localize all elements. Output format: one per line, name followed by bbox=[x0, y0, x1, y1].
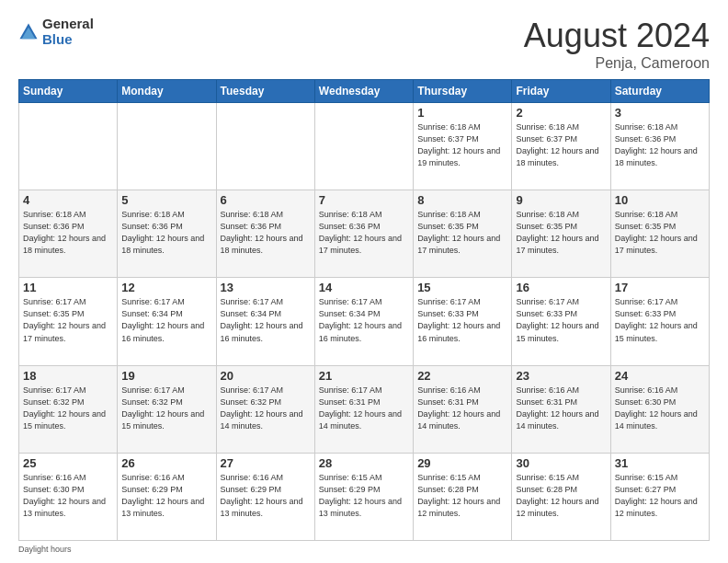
day-info: Sunrise: 6:18 AM Sunset: 6:36 PM Dayligh… bbox=[319, 209, 409, 257]
calendar-cell: 4Sunrise: 6:18 AM Sunset: 6:36 PM Daylig… bbox=[19, 190, 118, 278]
day-number: 29 bbox=[417, 456, 507, 470]
calendar-cell: 12Sunrise: 6:17 AM Sunset: 6:34 PM Dayli… bbox=[118, 278, 216, 365]
day-number: 28 bbox=[319, 456, 409, 470]
calendar-table: SundayMondayTuesdayWednesdayThursdayFrid… bbox=[18, 79, 710, 541]
month-title: August 2024 bbox=[524, 17, 710, 55]
calendar-cell: 16Sunrise: 6:17 AM Sunset: 6:33 PM Dayli… bbox=[512, 278, 610, 365]
weekday-header: Monday bbox=[118, 80, 216, 103]
day-info: Sunrise: 6:18 AM Sunset: 6:37 PM Dayligh… bbox=[516, 121, 606, 169]
day-number: 23 bbox=[516, 369, 606, 383]
calendar-cell: 5Sunrise: 6:18 AM Sunset: 6:36 PM Daylig… bbox=[118, 190, 216, 278]
logo-general: General bbox=[42, 17, 94, 32]
calendar-cell: 7Sunrise: 6:18 AM Sunset: 6:36 PM Daylig… bbox=[314, 190, 413, 278]
day-info: Sunrise: 6:18 AM Sunset: 6:35 PM Dayligh… bbox=[615, 209, 705, 257]
calendar-cell bbox=[118, 103, 216, 190]
day-number: 25 bbox=[23, 456, 113, 470]
day-number: 9 bbox=[516, 193, 606, 207]
day-info: Sunrise: 6:16 AM Sunset: 6:31 PM Dayligh… bbox=[417, 385, 507, 432]
calendar-week-row: 11Sunrise: 6:17 AM Sunset: 6:35 PM Dayli… bbox=[19, 278, 710, 365]
generalblue-logo-icon bbox=[18, 22, 39, 42]
weekday-header: Sunday bbox=[19, 80, 118, 103]
day-number: 12 bbox=[121, 281, 211, 294]
day-info: Sunrise: 6:17 AM Sunset: 6:33 PM Dayligh… bbox=[516, 296, 606, 344]
logo-text: General Blue bbox=[42, 17, 94, 47]
calendar-cell: 2Sunrise: 6:18 AM Sunset: 6:37 PM Daylig… bbox=[512, 103, 610, 190]
calendar-cell: 10Sunrise: 6:18 AM Sunset: 6:35 PM Dayli… bbox=[610, 190, 709, 278]
calendar-cell: 31Sunrise: 6:15 AM Sunset: 6:27 PM Dayli… bbox=[610, 453, 709, 540]
calendar-week-row: 18Sunrise: 6:17 AM Sunset: 6:32 PM Dayli… bbox=[19, 365, 710, 453]
footer: Daylight hours bbox=[18, 545, 710, 554]
title-section: August 2024 Penja, Cameroon bbox=[524, 17, 710, 72]
weekday-header: Tuesday bbox=[216, 80, 314, 103]
calendar-week-row: 4Sunrise: 6:18 AM Sunset: 6:36 PM Daylig… bbox=[19, 190, 710, 278]
calendar-cell: 1Sunrise: 6:18 AM Sunset: 6:37 PM Daylig… bbox=[414, 103, 512, 190]
calendar-cell: 26Sunrise: 6:16 AM Sunset: 6:29 PM Dayli… bbox=[118, 453, 216, 540]
day-info: Sunrise: 6:18 AM Sunset: 6:37 PM Dayligh… bbox=[417, 121, 507, 169]
calendar-cell: 11Sunrise: 6:17 AM Sunset: 6:35 PM Dayli… bbox=[19, 278, 118, 365]
day-number: 8 bbox=[417, 193, 507, 207]
calendar-cell: 25Sunrise: 6:16 AM Sunset: 6:30 PM Dayli… bbox=[19, 453, 118, 540]
weekday-header: Wednesday bbox=[314, 80, 413, 103]
calendar-cell: 9Sunrise: 6:18 AM Sunset: 6:35 PM Daylig… bbox=[512, 190, 610, 278]
day-info: Sunrise: 6:15 AM Sunset: 6:28 PM Dayligh… bbox=[516, 472, 606, 520]
weekday-header: Friday bbox=[512, 80, 610, 103]
day-number: 10 bbox=[615, 193, 705, 207]
calendar-cell: 30Sunrise: 6:15 AM Sunset: 6:28 PM Dayli… bbox=[512, 453, 610, 540]
day-number: 11 bbox=[23, 281, 113, 294]
calendar-cell: 3Sunrise: 6:18 AM Sunset: 6:36 PM Daylig… bbox=[610, 103, 709, 190]
day-info: Sunrise: 6:16 AM Sunset: 6:30 PM Dayligh… bbox=[23, 472, 113, 520]
day-info: Sunrise: 6:15 AM Sunset: 6:29 PM Dayligh… bbox=[319, 472, 409, 520]
day-number: 14 bbox=[319, 281, 409, 294]
day-number: 3 bbox=[615, 106, 705, 120]
day-number: 24 bbox=[615, 369, 705, 383]
calendar-cell: 20Sunrise: 6:17 AM Sunset: 6:32 PM Dayli… bbox=[216, 365, 314, 453]
day-number: 13 bbox=[221, 281, 311, 294]
calendar-cell: 22Sunrise: 6:16 AM Sunset: 6:31 PM Dayli… bbox=[414, 365, 512, 453]
day-info: Sunrise: 6:18 AM Sunset: 6:35 PM Dayligh… bbox=[417, 209, 507, 257]
day-info: Sunrise: 6:15 AM Sunset: 6:28 PM Dayligh… bbox=[417, 472, 507, 520]
day-info: Sunrise: 6:17 AM Sunset: 6:32 PM Dayligh… bbox=[221, 385, 311, 432]
day-info: Sunrise: 6:16 AM Sunset: 6:29 PM Dayligh… bbox=[121, 472, 211, 520]
day-number: 15 bbox=[417, 281, 507, 294]
day-number: 16 bbox=[516, 281, 606, 294]
calendar-cell: 24Sunrise: 6:16 AM Sunset: 6:30 PM Dayli… bbox=[610, 365, 709, 453]
day-info: Sunrise: 6:17 AM Sunset: 6:31 PM Dayligh… bbox=[319, 385, 409, 432]
day-number: 30 bbox=[516, 456, 606, 470]
day-number: 17 bbox=[615, 281, 705, 294]
weekday-header: Thursday bbox=[414, 80, 512, 103]
day-number: 22 bbox=[417, 369, 507, 383]
calendar-cell: 17Sunrise: 6:17 AM Sunset: 6:33 PM Dayli… bbox=[610, 278, 709, 365]
header-row: SundayMondayTuesdayWednesdayThursdayFrid… bbox=[19, 80, 710, 103]
calendar-cell: 13Sunrise: 6:17 AM Sunset: 6:34 PM Dayli… bbox=[216, 278, 314, 365]
day-info: Sunrise: 6:16 AM Sunset: 6:29 PM Dayligh… bbox=[221, 472, 311, 520]
day-number: 19 bbox=[121, 369, 211, 383]
weekday-header: Saturday bbox=[610, 80, 709, 103]
calendar-week-row: 1Sunrise: 6:18 AM Sunset: 6:37 PM Daylig… bbox=[19, 103, 710, 190]
day-info: Sunrise: 6:18 AM Sunset: 6:36 PM Dayligh… bbox=[23, 209, 113, 257]
day-info: Sunrise: 6:17 AM Sunset: 6:33 PM Dayligh… bbox=[417, 296, 507, 344]
calendar-cell bbox=[19, 103, 118, 190]
calendar-cell: 15Sunrise: 6:17 AM Sunset: 6:33 PM Dayli… bbox=[414, 278, 512, 365]
day-info: Sunrise: 6:16 AM Sunset: 6:30 PM Dayligh… bbox=[615, 385, 705, 432]
day-number: 18 bbox=[23, 369, 113, 383]
day-info: Sunrise: 6:18 AM Sunset: 6:35 PM Dayligh… bbox=[516, 209, 606, 257]
day-number: 4 bbox=[23, 193, 113, 207]
calendar-cell bbox=[314, 103, 413, 190]
day-number: 1 bbox=[417, 106, 507, 120]
day-number: 20 bbox=[221, 369, 311, 383]
calendar-cell: 27Sunrise: 6:16 AM Sunset: 6:29 PM Dayli… bbox=[216, 453, 314, 540]
day-info: Sunrise: 6:17 AM Sunset: 6:32 PM Dayligh… bbox=[23, 385, 113, 432]
day-number: 2 bbox=[516, 106, 606, 120]
day-info: Sunrise: 6:17 AM Sunset: 6:34 PM Dayligh… bbox=[121, 296, 211, 344]
calendar-cell: 19Sunrise: 6:17 AM Sunset: 6:32 PM Dayli… bbox=[118, 365, 216, 453]
daylight-label: Daylight hours bbox=[18, 545, 72, 554]
calendar-cell: 8Sunrise: 6:18 AM Sunset: 6:35 PM Daylig… bbox=[414, 190, 512, 278]
day-info: Sunrise: 6:18 AM Sunset: 6:36 PM Dayligh… bbox=[221, 209, 311, 257]
day-number: 21 bbox=[319, 369, 409, 383]
day-info: Sunrise: 6:17 AM Sunset: 6:34 PM Dayligh… bbox=[319, 296, 409, 344]
day-info: Sunrise: 6:18 AM Sunset: 6:36 PM Dayligh… bbox=[121, 209, 211, 257]
calendar-cell: 18Sunrise: 6:17 AM Sunset: 6:32 PM Dayli… bbox=[19, 365, 118, 453]
day-info: Sunrise: 6:15 AM Sunset: 6:27 PM Dayligh… bbox=[615, 472, 705, 520]
page: General Blue August 2024 Penja, Cameroon… bbox=[0, 0, 728, 563]
calendar-cell bbox=[216, 103, 314, 190]
